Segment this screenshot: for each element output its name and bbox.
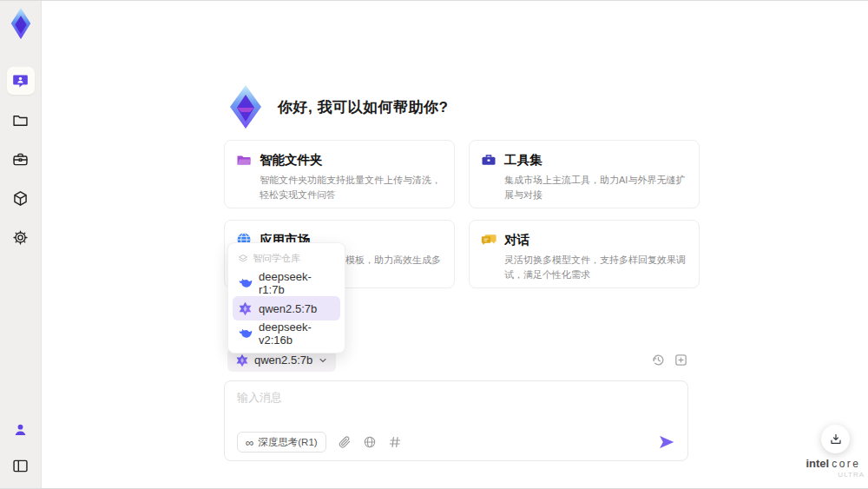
download-icon: [829, 433, 843, 446]
card-toolset[interactable]: 工具集 集成市场上主流工具，助力AI与外界无缝扩展与对接: [469, 140, 700, 208]
assistant-logo-icon: [224, 84, 267, 129]
sidebar-item-chat[interactable]: [7, 67, 35, 95]
model-option-deepseek-v2[interactable]: deepseek-v2:16b: [233, 321, 340, 346]
toolbox-icon: [480, 151, 497, 169]
sidebar-item-collapse[interactable]: [7, 452, 35, 479]
qwen-icon: [238, 301, 253, 316]
greeting-text: 你好, 我可以如何帮助你?: [278, 97, 448, 117]
gear-icon: [11, 228, 30, 247]
sidebar-item-toolbox[interactable]: [7, 145, 35, 173]
chat-actions: [651, 353, 688, 367]
sidebar-nav: [7, 67, 35, 251]
message-input[interactable]: [237, 390, 675, 423]
app-logo-icon: [5, 6, 36, 41]
folder-icon: [11, 111, 30, 129]
cube-icon: [11, 189, 30, 208]
infinity-icon: ∞: [246, 437, 253, 448]
sidebar-bottom: [7, 415, 35, 479]
card-title: 工具集: [504, 152, 542, 169]
repository-icon: [238, 254, 248, 264]
new-chat-icon[interactable]: [674, 353, 688, 367]
card-smart-folder[interactable]: 智能文件夹 智能文件夹功能支持批量文件上传与清洗，轻松实现文件问答: [224, 140, 455, 208]
user-icon: [11, 420, 30, 439]
model-option-label: qwen2.5:7b: [259, 302, 317, 315]
intel-wordmark: intel: [806, 457, 829, 470]
sidebar-item-settings[interactable]: [7, 223, 35, 251]
globe-icon[interactable]: [363, 435, 377, 449]
download-button[interactable]: [821, 425, 850, 453]
model-option-qwen[interactable]: qwen2.5:7b: [233, 296, 340, 320]
attachment-icon[interactable]: [338, 435, 352, 449]
sidebar-item-models[interactable]: [7, 184, 35, 212]
send-icon[interactable]: [658, 433, 675, 451]
chevron-down-icon: [318, 355, 328, 366]
model-option-deepseek-r1[interactable]: deepseek-r1:7b: [233, 271, 340, 295]
card-dialogue[interactable]: 对话 灵活切换多模型文件，支持多样回复效果调试，满足个性化需求: [469, 220, 700, 288]
model-dropdown-header-label: 智问学仓库: [253, 252, 300, 265]
card-title: 对话: [504, 232, 529, 248]
chat-icon: [11, 72, 30, 90]
intel-core-badge: intelcore ULTRA: [802, 457, 865, 479]
sidebar-item-account[interactable]: [7, 415, 35, 443]
panel-icon: [11, 457, 30, 475]
card-desc: 灵活切换多模型文件，支持多样回复效果调试，满足个性化需求: [504, 253, 690, 282]
card-desc: 智能文件夹功能支持批量文件上传与清洗，轻松实现文件问答: [260, 173, 445, 202]
deepseek-whale-icon: [238, 276, 253, 291]
model-dropdown-header: 智问学仓库: [233, 248, 340, 270]
sidebar-item-folders[interactable]: [7, 106, 35, 134]
deepseek-whale-icon: [238, 327, 253, 341]
composer: ∞ 深度思考(R1): [224, 380, 688, 461]
greeting: 你好, 我可以如何帮助你?: [224, 84, 448, 129]
model-option-label: deepseek-r1:7b: [259, 270, 335, 296]
deep-think-toggle[interactable]: ∞ 深度思考(R1): [237, 432, 326, 453]
hash-icon[interactable]: [388, 435, 402, 449]
history-icon[interactable]: [651, 353, 666, 367]
chat-bubbles-icon: [480, 231, 497, 248]
sidebar: [0, 1, 42, 488]
folder-purple-icon: [235, 151, 253, 169]
toolbox-icon: [11, 150, 30, 169]
model-option-label: deepseek-v2:16b: [259, 320, 335, 347]
composer-toolbar: ∞ 深度思考(R1): [237, 432, 675, 453]
model-dropdown: 智问学仓库 deepseek-r1:7b qwen2.5:7b deepseek…: [227, 242, 345, 354]
deep-think-label: 深度思考(R1): [258, 436, 317, 449]
core-wordmark: core: [832, 458, 860, 470]
card-desc: 集成市场上主流工具，助力AI与外界无缝扩展与对接: [504, 173, 690, 202]
model-selector-value: qwen2.5:7b: [254, 354, 312, 367]
intel-tier-label: ULTRA: [802, 471, 865, 479]
qwen-icon: [235, 354, 249, 367]
card-title: 智能文件夹: [260, 152, 323, 169]
